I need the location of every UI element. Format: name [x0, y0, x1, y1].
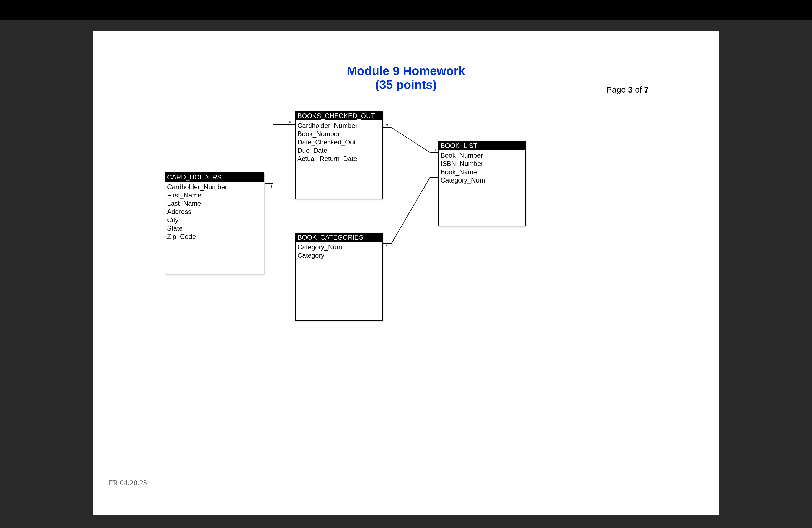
- document-page: Module 9 Homework (35 points) Page 3 of …: [93, 31, 719, 515]
- page-sep: of: [633, 85, 644, 94]
- cardinality-one: 1: [271, 184, 273, 189]
- page-title-line1: Module 9 Homework: [93, 64, 719, 78]
- cardinality-many: ∞: [432, 173, 434, 178]
- page-total: 7: [644, 85, 649, 94]
- entity-book-categories: BOOK_CATEGORIES Category_Num Category: [295, 233, 382, 321]
- entity-field: Book_Number: [440, 151, 523, 160]
- er-diagram: 1 ∞ ∞ 1 1 ∞ CARD_HOLDERS Cardholder_Numb…: [165, 111, 552, 360]
- cardinality-many: ∞: [385, 122, 388, 127]
- cardinality-many: ∞: [289, 120, 291, 124]
- page-indicator: Page 3 of 7: [607, 85, 649, 94]
- entity-header: CARD_HOLDERS: [165, 173, 264, 182]
- entity-body: Category_Num Category: [296, 242, 382, 261]
- entity-field: Due_Date: [298, 146, 380, 155]
- entity-books-checked-out: BOOKS_CHECKED_OUT Cardholder_Number Book…: [295, 111, 382, 200]
- entity-field: Address: [167, 208, 262, 216]
- entity-field: Cardholder_Number: [167, 183, 262, 191]
- entity-field: City: [167, 216, 262, 224]
- entity-field: Date_Checked_Out: [298, 138, 380, 146]
- entity-field: Last_Name: [167, 200, 262, 208]
- entity-body: Cardholder_Number Book_Number Date_Check…: [296, 120, 382, 164]
- entity-field: First_Name: [167, 191, 262, 200]
- entity-field: Category_Num: [298, 243, 380, 251]
- viewer-top-bar: [0, 0, 812, 20]
- cardinality-one: 1: [434, 148, 437, 152]
- entity-body: Cardholder_Number First_Name Last_Name A…: [165, 182, 264, 242]
- entity-field: Category_Num: [440, 176, 523, 185]
- entity-header: BOOKS_CHECKED_OUT: [296, 112, 382, 120]
- page-prefix: Page: [607, 85, 628, 94]
- page-footer: FR 04.20.23: [108, 478, 147, 487]
- page-current: 3: [628, 85, 633, 94]
- entity-field: Book_Name: [440, 168, 523, 176]
- canvas-area[interactable]: Module 9 Homework (35 points) Page 3 of …: [0, 20, 812, 526]
- entity-field: Category: [298, 251, 380, 260]
- entity-field: Book_Number: [298, 130, 380, 138]
- cardinality-one: 1: [386, 245, 388, 249]
- entity-field: Zip_Code: [167, 233, 262, 241]
- entity-header: BOOK_LIST: [439, 142, 525, 150]
- entity-field: Cardholder_Number: [298, 121, 380, 130]
- entity-body: Book_Number ISBN_Number Book_Name Catego…: [439, 150, 525, 186]
- entity-header: BOOK_CATEGORIES: [296, 233, 382, 242]
- entity-book-list: BOOK_LIST Book_Number ISBN_Number Book_N…: [438, 141, 526, 226]
- entity-card-holders: CARD_HOLDERS Cardholder_Number First_Nam…: [165, 172, 264, 275]
- entity-field: Actual_Return_Date: [298, 155, 380, 163]
- entity-field: State: [167, 224, 262, 233]
- entity-field: ISBN_Number: [440, 160, 523, 168]
